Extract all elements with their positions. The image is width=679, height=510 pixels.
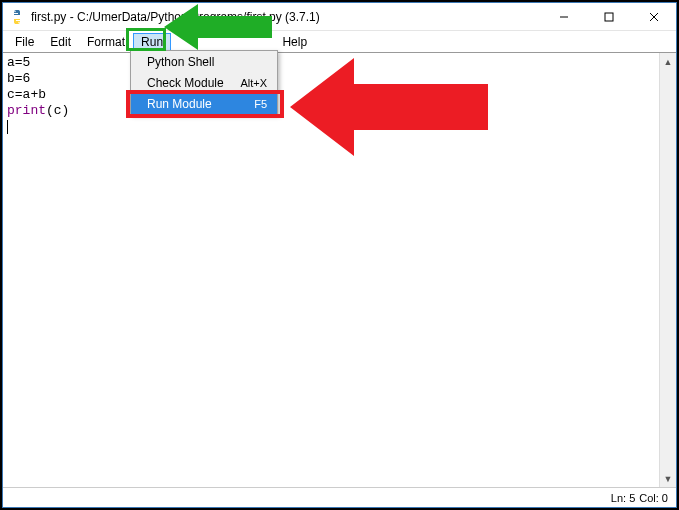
statusbar: Ln: 5 Col: 0 <box>3 487 676 507</box>
maximize-button[interactable] <box>586 3 631 30</box>
svg-rect-3 <box>605 13 613 21</box>
idle-window: first.py - C:/UmerData/Python Programs/f… <box>2 2 677 508</box>
menu-check-module-shortcut: Alt+X <box>240 77 267 89</box>
code-editor[interactable]: a=5 b=6 c=a+b print(c) <box>3 53 659 487</box>
window-title: first.py - C:/UmerData/Python Programs/f… <box>31 10 541 24</box>
window-controls <box>541 3 676 30</box>
code-line-4b: (c) <box>46 103 69 118</box>
menubar: File Edit Format Run Options Window Help <box>3 31 676 53</box>
close-button[interactable] <box>631 3 676 30</box>
menu-check-module[interactable]: Check Module Alt+X <box>131 72 277 93</box>
status-col: Col: 0 <box>639 492 668 504</box>
vertical-scrollbar[interactable]: ▲ ▼ <box>659 53 676 487</box>
menu-python-shell-label: Python Shell <box>147 55 267 69</box>
menu-check-module-label: Check Module <box>147 76 240 90</box>
minimize-button[interactable] <box>541 3 586 30</box>
code-line-3: c=a+b <box>7 87 46 102</box>
run-menu-dropdown: Python Shell Check Module Alt+X Run Modu… <box>130 50 278 115</box>
menu-run[interactable]: Run <box>133 33 171 51</box>
scroll-down-icon[interactable]: ▼ <box>660 470 676 487</box>
menu-run-module[interactable]: Run Module F5 <box>131 93 277 114</box>
menu-edit[interactable]: Edit <box>42 33 79 51</box>
svg-point-0 <box>14 10 15 11</box>
menu-format[interactable]: Format <box>79 33 133 51</box>
menu-file[interactable]: File <box>7 33 42 51</box>
scroll-up-icon[interactable]: ▲ <box>660 53 676 70</box>
text-cursor <box>7 120 8 134</box>
python-icon <box>9 9 25 25</box>
status-line: Ln: 5 <box>611 492 635 504</box>
editor-area: a=5 b=6 c=a+b print(c) ▲ ▼ <box>3 53 676 487</box>
menu-python-shell[interactable]: Python Shell <box>131 51 277 72</box>
code-line-1: a=5 <box>7 55 30 70</box>
menu-help[interactable]: Help <box>274 33 315 51</box>
menu-run-module-label: Run Module <box>147 97 254 111</box>
titlebar: first.py - C:/UmerData/Python Programs/f… <box>3 3 676 31</box>
svg-point-1 <box>18 21 19 22</box>
menu-run-module-shortcut: F5 <box>254 98 267 110</box>
code-line-2: b=6 <box>7 71 30 86</box>
code-keyword-print: print <box>7 103 46 118</box>
